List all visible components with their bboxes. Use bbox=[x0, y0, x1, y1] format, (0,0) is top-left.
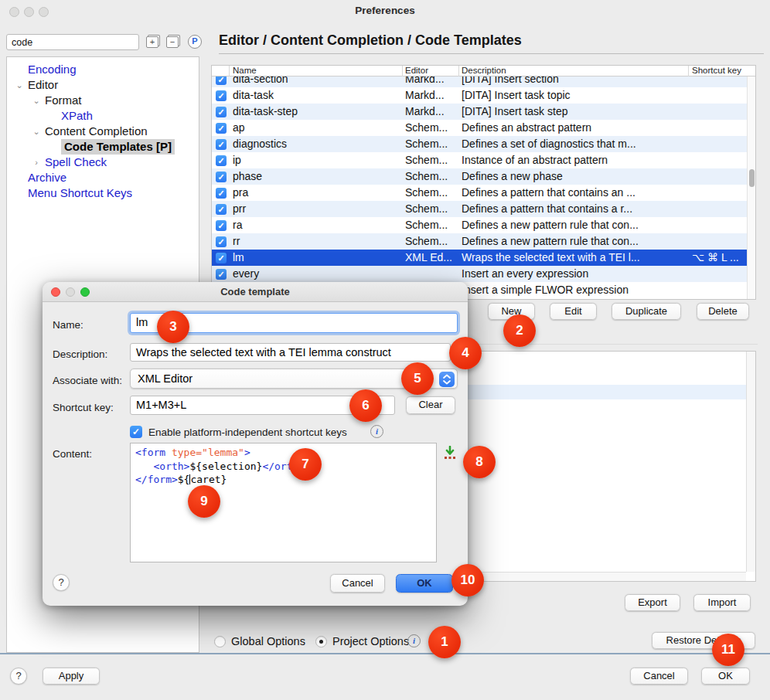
table-row-lm[interactable]: ✓lmXML Ed...Wraps the selected text with… bbox=[212, 250, 748, 266]
tree-item-editor[interactable]: ⌄Editor bbox=[7, 77, 199, 93]
row-checkbox[interactable]: ✓ bbox=[216, 220, 227, 231]
tree-item-menu-shortcut-keys[interactable]: Menu Shortcut Keys bbox=[7, 185, 199, 201]
global-options-radio[interactable] bbox=[214, 636, 226, 647]
row-checkbox[interactable]: ✓ bbox=[216, 76, 227, 85]
annotation-circle-10: 10 bbox=[451, 564, 484, 596]
chevron-right-icon[interactable]: › bbox=[32, 155, 41, 170]
dialog-titlebar[interactable]: Code template bbox=[43, 282, 468, 302]
row-checkbox[interactable]: ✓ bbox=[216, 236, 227, 247]
tree-item-spell-check[interactable]: ›Spell Check bbox=[7, 155, 199, 170]
table-row-prr[interactable]: ✓prrSchem...Defines a pattern that conta… bbox=[212, 201, 748, 217]
row-checkbox[interactable]: ✓ bbox=[216, 269, 227, 280]
editor-cell: Schem... bbox=[405, 120, 458, 136]
editor-cell: Schem... bbox=[405, 217, 458, 233]
tree-item-label: Encoding bbox=[28, 62, 77, 77]
tree-item-archive[interactable]: Archive bbox=[7, 170, 199, 185]
project-options-radio[interactable] bbox=[315, 636, 327, 647]
platform-shortcut-label: Enable platform-independent shortcut key… bbox=[148, 426, 347, 438]
chevron-down-icon[interactable]: ⌄ bbox=[32, 124, 41, 139]
dialog-help-button[interactable]: ? bbox=[53, 574, 70, 591]
tree-item-content-completion[interactable]: ⌄Content Completion bbox=[7, 124, 199, 139]
edit-button[interactable]: Edit bbox=[550, 303, 597, 320]
shortcut-cell: ⌥ ⌘ L ... bbox=[692, 250, 746, 266]
shortcut-info-icon[interactable]: i bbox=[370, 425, 383, 438]
footer-divider bbox=[0, 653, 770, 654]
row-checkbox[interactable]: ✓ bbox=[216, 172, 227, 182]
platform-shortcut-checkbox[interactable]: ✓ bbox=[130, 426, 142, 438]
name-cell: rr bbox=[233, 233, 399, 250]
tree-item-label: Spell Check bbox=[45, 155, 107, 170]
table-row-ra[interactable]: ✓raSchem...Defines a new pattern rule th… bbox=[212, 217, 748, 233]
ok-button[interactable]: OK bbox=[701, 668, 750, 685]
table-row-rr[interactable]: ✓rrSchem...Defines a new pattern rule th… bbox=[212, 233, 748, 250]
row-checkbox[interactable]: ✓ bbox=[216, 204, 227, 215]
table-scrollbar[interactable] bbox=[747, 76, 755, 300]
insert-editor-variable-icon[interactable] bbox=[443, 446, 457, 461]
row-checkbox[interactable]: ✓ bbox=[216, 107, 227, 117]
table-row-ap[interactable]: ✓apSchem...Defines an abstract pattern bbox=[212, 120, 748, 136]
name-cell: pra bbox=[233, 185, 399, 201]
editor-cell: XML Ed... bbox=[405, 250, 458, 266]
row-checkbox[interactable]: ✓ bbox=[216, 188, 227, 199]
table-row-dita-section[interactable]: ✓dita-sectionMarkd...[DITA] Insert secti… bbox=[212, 76, 748, 87]
row-checkbox[interactable]: ✓ bbox=[216, 123, 227, 134]
chevron-down-icon[interactable]: ⌄ bbox=[32, 93, 41, 108]
dialog-cancel-button[interactable]: Cancel bbox=[330, 574, 385, 593]
description-cell: [DITA] Insert section bbox=[462, 76, 687, 87]
annotation-circle-8: 8 bbox=[463, 446, 496, 478]
content-editor[interactable]: <form type="lemma"> <orth>${selection}</… bbox=[130, 443, 437, 562]
chevron-down-icon[interactable]: ⌄ bbox=[15, 77, 24, 93]
help-button[interactable]: ? bbox=[10, 668, 27, 685]
table-scrollbar-thumb[interactable] bbox=[749, 169, 755, 187]
project-options-filter-icon[interactable]: P bbox=[188, 35, 202, 49]
row-checkbox[interactable]: ✓ bbox=[216, 253, 227, 263]
dialog-ok-button[interactable]: OK bbox=[396, 574, 453, 593]
tree-item-code-templates-p[interactable]: Code Templates [P] bbox=[7, 139, 199, 155]
import-button[interactable]: Import bbox=[693, 594, 751, 611]
table-row-ip[interactable]: ✓ipSchem...Instance of an abstract patte… bbox=[212, 152, 748, 168]
row-checkbox[interactable]: ✓ bbox=[216, 155, 227, 166]
column-header-shortcut-key[interactable]: Shortcut key bbox=[692, 66, 741, 75]
preview-vertical-scrollbar[interactable] bbox=[746, 352, 755, 581]
column-header-description[interactable]: Description bbox=[462, 66, 506, 75]
search-input[interactable] bbox=[6, 34, 139, 50]
tree-item-format[interactable]: ⌄Format bbox=[7, 93, 199, 108]
editor-cell: Schem... bbox=[405, 168, 458, 185]
column-header-editor[interactable]: Editor bbox=[405, 66, 428, 75]
column-header-name[interactable]: Name bbox=[233, 66, 257, 75]
dropdown-stepper-icon[interactable] bbox=[439, 372, 455, 387]
row-checkbox[interactable]: ✓ bbox=[216, 90, 227, 101]
expand-all-icon[interactable]: + bbox=[146, 36, 158, 48]
description-field[interactable]: Wraps the selected text with a TEI lemma… bbox=[130, 343, 451, 362]
annotation-circle-9: 9 bbox=[188, 485, 220, 518]
window-title: Preferences bbox=[0, 5, 770, 16]
export-button[interactable]: Export bbox=[625, 594, 680, 611]
tree-item-encoding[interactable]: Encoding bbox=[7, 62, 199, 77]
editor-cell: Schem... bbox=[405, 136, 458, 152]
duplicate-button[interactable]: Duplicate bbox=[612, 303, 681, 320]
collapse-all-icon[interactable]: − bbox=[166, 36, 179, 48]
options-scope-info-icon[interactable]: i bbox=[407, 634, 421, 647]
code-line: <orth>${selection}</orth> bbox=[135, 460, 431, 474]
annotation-circle-3: 3 bbox=[157, 311, 189, 343]
table-row-diagnostics[interactable]: ✓diagnosticsSchem...Defines a set of dia… bbox=[212, 136, 748, 152]
apply-button[interactable]: Apply bbox=[43, 668, 100, 685]
table-row-pra[interactable]: ✓praSchem...Defines a pattern that conta… bbox=[212, 185, 748, 201]
table-row-phase[interactable]: ✓phaseSchem...Defines a new phase bbox=[212, 168, 748, 185]
description-cell: Defines a set of diagnostics that m... bbox=[462, 136, 687, 152]
column-separator bbox=[458, 66, 459, 76]
tree-item-xpath[interactable]: XPath bbox=[7, 108, 199, 124]
code-template-dialog: Code template Name: lm Description: Wrap… bbox=[43, 282, 468, 606]
cancel-button[interactable]: Cancel bbox=[630, 668, 688, 685]
table-row-dita-task[interactable]: ✓dita-taskMarkd...[DITA] Insert task top… bbox=[212, 87, 748, 104]
row-checkbox[interactable]: ✓ bbox=[216, 139, 227, 150]
name-cell: ra bbox=[233, 217, 399, 233]
table-row-every[interactable]: ✓everyInsert an every expression bbox=[212, 266, 748, 282]
name-cell: dita-section bbox=[233, 76, 399, 87]
table-row-dita-task-step[interactable]: ✓dita-task-stepMarkd...[DITA] Insert tas… bbox=[212, 104, 748, 120]
clear-button[interactable]: Clear bbox=[406, 396, 455, 414]
delete-button[interactable]: Delete bbox=[697, 303, 749, 320]
editor-cell: Markd... bbox=[405, 104, 458, 120]
tree-item-label: Editor bbox=[28, 77, 58, 93]
description-cell: [DITA] Insert task topic bbox=[462, 87, 687, 104]
